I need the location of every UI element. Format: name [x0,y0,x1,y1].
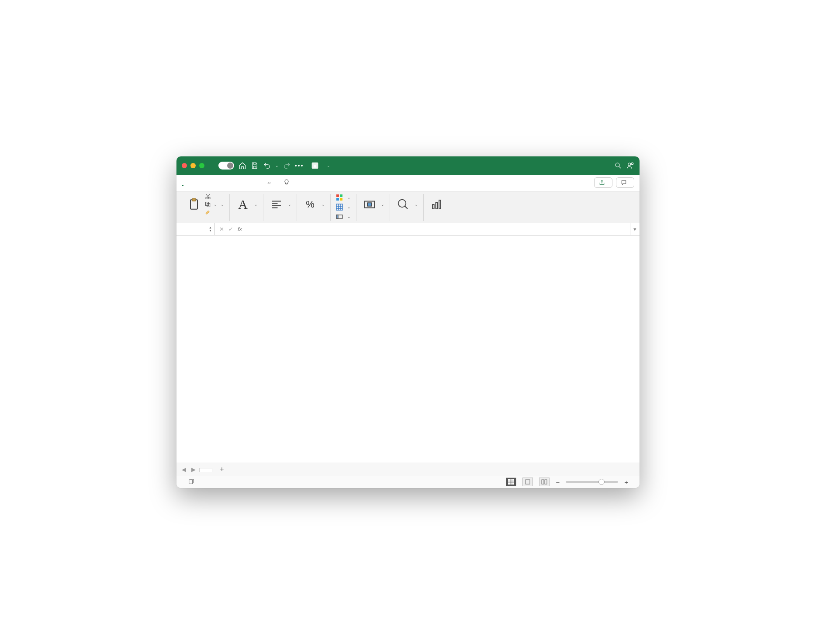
undo-icon[interactable] [263,162,271,170]
redo-icon[interactable] [283,162,291,170]
svg-point-3 [628,163,631,166]
paste-icon[interactable] [186,197,202,212]
tab-formulas[interactable] [231,180,232,185]
more-icon[interactable]: ••• [295,162,303,170]
sheet-nav-prev[interactable]: ◀ [180,466,188,473]
svg-rect-27 [542,480,544,484]
ribbon-tabs: ›› [176,175,640,191]
ribbon-font: A⌄ [230,194,263,221]
save-icon[interactable] [251,162,259,170]
copy-icon[interactable]: ⌄ [204,201,217,208]
cut-icon[interactable] [204,193,211,200]
window-controls [182,163,204,168]
maximize-button[interactable] [199,163,204,168]
view-normal[interactable] [506,478,516,486]
zoom-in[interactable]: + [624,478,628,486]
sheet-tab-1[interactable] [199,468,212,472]
accept-formula-icon[interactable]: ✓ [228,226,233,232]
font-icon[interactable]: A [235,197,251,212]
accessibility-icon[interactable] [188,478,195,486]
spreadsheet-grid[interactable] [176,235,640,463]
svg-rect-12 [340,194,342,197]
zoom-out[interactable]: − [556,478,560,486]
alignment-icon[interactable] [269,197,284,212]
editing-icon[interactable] [395,197,411,212]
sheet-nav-next[interactable]: ▶ [190,466,197,473]
svg-rect-13 [336,198,339,201]
svg-point-2 [615,163,619,167]
svg-rect-24 [189,480,193,484]
more-tabs-icon[interactable]: ›› [267,180,271,186]
svg-rect-15 [336,204,342,210]
home-icon[interactable] [239,162,246,170]
view-page-layout[interactable] [522,478,533,486]
analyse-data-icon[interactable] [429,197,445,212]
view-page-break[interactable] [539,478,550,486]
comments-button[interactable] [616,177,634,188]
svg-rect-19 [367,203,372,206]
ribbon-editing: ⌄ [390,194,424,221]
svg-point-4 [631,163,633,165]
formula-input[interactable] [246,223,630,235]
number-icon[interactable]: % [302,197,318,212]
svg-rect-14 [340,198,342,201]
fx-icon[interactable]: fx [238,226,242,232]
excel-window: ⌄ ••• x ⌄ ›› [176,156,640,488]
tab-data[interactable] [243,180,245,185]
autosave-toggle[interactable] [216,162,234,170]
sheet-tabs: ◀ ▶ + [176,463,640,476]
conditional-formatting[interactable]: ⌄ [336,194,351,201]
format-painter-icon[interactable] [204,209,211,216]
ribbon-analyse [424,194,450,221]
svg-point-20 [398,199,406,207]
cell-styles[interactable]: ⌄ [336,213,351,220]
svg-rect-22 [436,202,438,209]
ribbon-cells: ⌄ [356,194,390,221]
ribbon: ⌄ ⌄ A⌄ ⌄ %⌄ ⌄ ⌄ ⌄ [176,191,640,223]
tell-me[interactable] [283,179,293,186]
account-icon[interactable] [626,162,634,170]
close-button[interactable] [182,163,187,168]
zoom-slider[interactable] [566,481,618,483]
ribbon-clipboard: ⌄ ⌄ [181,194,230,221]
titlebar: ⌄ ••• x ⌄ [176,156,640,175]
name-box[interactable]: ▲▼ [176,223,215,235]
tab-home[interactable] [182,180,183,186]
ribbon-alignment: ⌄ [263,194,297,221]
tab-insert[interactable] [194,180,196,185]
svg-text:x: x [314,163,316,168]
formula-bar: ▲▼ ✕ ✓ fx ▾ [176,223,640,235]
document-title: x ⌄ [311,162,330,170]
svg-rect-26 [526,480,530,484]
svg-rect-11 [336,194,339,197]
ribbon-styles: ⌄ ⌄ ⌄ [331,194,356,221]
tab-draw[interactable] [206,180,208,185]
ribbon-number: %⌄ [297,194,331,221]
excel-file-icon: x [311,162,319,170]
cells-icon[interactable] [362,197,377,212]
cancel-formula-icon[interactable]: ✕ [219,226,224,232]
tab-review[interactable] [255,180,257,185]
svg-rect-6 [192,198,196,201]
svg-rect-23 [439,200,441,209]
svg-rect-21 [432,204,434,209]
share-button[interactable] [594,177,612,188]
svg-rect-28 [545,480,547,484]
minimize-button[interactable] [190,163,196,168]
svg-rect-25 [508,479,514,485]
svg-rect-17 [336,215,338,218]
format-as-table[interactable]: ⌄ [336,204,351,211]
expand-formula-bar[interactable]: ▾ [630,223,640,235]
add-sheet-button[interactable]: + [217,464,227,474]
search-icon[interactable] [614,162,622,170]
status-bar: − + [176,476,640,488]
tab-page-layout[interactable] [218,180,220,185]
